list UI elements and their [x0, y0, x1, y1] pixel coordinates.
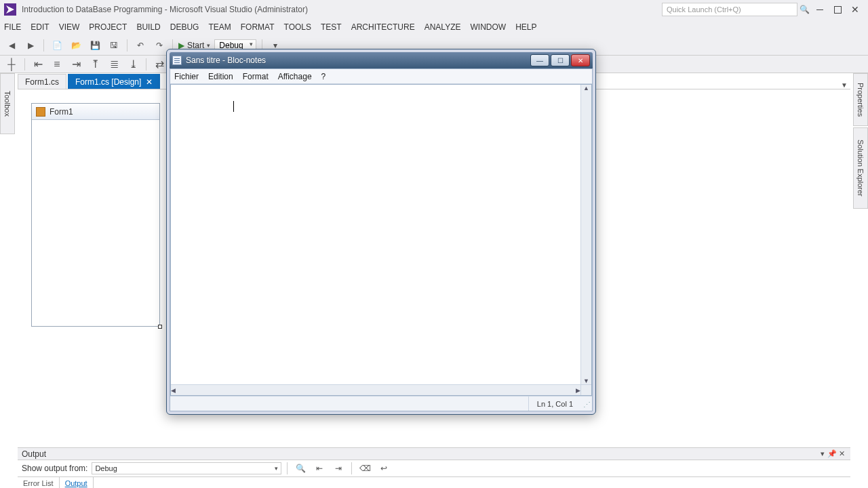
- separator: [24, 58, 25, 70]
- notepad-window[interactable]: Sans titre - Bloc-notes — ☐ ✕ Fichier Ed…: [166, 49, 596, 415]
- text-caret-icon: [233, 101, 234, 112]
- output-panel: Output ▾ 📌 ✕ Show output from: Debug 🔍 ⇤…: [18, 447, 850, 488]
- align-middle-icon[interactable]: ≣: [106, 57, 121, 72]
- properties-tab[interactable]: Properties: [853, 73, 868, 126]
- menu-help[interactable]: HELP: [515, 22, 536, 32]
- np-menu-edition[interactable]: Edition: [208, 72, 233, 81]
- menu-window[interactable]: WINDOW: [470, 22, 506, 32]
- output-toolbar: Show output from: Debug 🔍 ⇤ ⇥ ⌫ ↩: [18, 460, 850, 476]
- tab-form1-cs[interactable]: Form1.cs: [18, 74, 66, 89]
- notepad-statusbar: Ln 1, Col 1 ⋰: [170, 396, 592, 411]
- menu-architecture[interactable]: ARCHITECTURE: [351, 22, 415, 32]
- separator: [146, 58, 146, 70]
- next-icon[interactable]: ⇥: [331, 461, 346, 476]
- menu-format[interactable]: FORMAT: [241, 22, 275, 32]
- form1-window[interactable]: Form1: [31, 103, 160, 327]
- notepad-icon: [172, 56, 182, 65]
- menu-test[interactable]: TEST: [321, 22, 342, 32]
- align-bottom-icon[interactable]: ⤓: [125, 57, 140, 72]
- np-menu-fichier[interactable]: Fichier: [174, 72, 199, 81]
- form1-title: Form1: [50, 107, 73, 117]
- horizontal-scrollbar[interactable]: ◀▶: [171, 384, 580, 395]
- notepad-window-buttons: — ☐ ✕: [530, 54, 590, 66]
- notepad-menubar: Fichier Edition Format Affichage ?: [170, 69, 592, 84]
- window-pos-icon[interactable]: ▾: [818, 449, 827, 458]
- pin-icon[interactable]: 📌: [827, 449, 837, 458]
- tab-output[interactable]: Output: [60, 477, 94, 488]
- bottom-tabwell: Error List Output: [18, 476, 850, 488]
- menu-file[interactable]: FILE: [4, 22, 21, 32]
- output-source-combo[interactable]: Debug: [92, 462, 281, 474]
- menu-project[interactable]: PROJECT: [89, 22, 127, 32]
- prev-icon[interactable]: ⇤: [312, 461, 327, 476]
- notepad-textarea[interactable]: [171, 85, 580, 384]
- tabs-dropdown-icon[interactable]: ▼: [841, 81, 848, 89]
- status-position: Ln 1, Col 1: [528, 396, 581, 411]
- align-left-icon[interactable]: ⇤: [31, 57, 45, 72]
- vs-logo-icon: [4, 3, 16, 16]
- separator: [287, 462, 288, 474]
- separator: [127, 39, 127, 52]
- np-menu-help[interactable]: ?: [321, 72, 326, 81]
- menu-edit[interactable]: EDIT: [31, 22, 49, 32]
- align-center-icon[interactable]: ≡: [50, 57, 64, 72]
- align-right-icon[interactable]: ⇥: [68, 57, 83, 72]
- vertical-scrollbar[interactable]: ▲▼: [580, 85, 591, 384]
- search-icon[interactable]: 🔍: [797, 5, 811, 14]
- align-top-icon[interactable]: ⤒: [87, 57, 102, 72]
- form-icon: [36, 107, 45, 117]
- notepad-maximize-button[interactable]: ☐: [551, 54, 570, 66]
- quick-launch-input[interactable]: Quick Launch (Ctrl+Q): [662, 3, 797, 16]
- vs-minimize-button[interactable]: [811, 3, 829, 16]
- np-menu-format[interactable]: Format: [243, 72, 269, 81]
- word-wrap-icon[interactable]: ↩: [376, 461, 391, 476]
- nav-back-icon[interactable]: ◀: [4, 38, 19, 53]
- notepad-close-button[interactable]: ✕: [571, 54, 590, 66]
- menu-view[interactable]: VIEW: [59, 22, 80, 32]
- close-icon[interactable]: ✕: [837, 449, 846, 458]
- resize-handle-icon[interactable]: [158, 325, 162, 329]
- scroll-corner: [580, 384, 591, 395]
- open-icon[interactable]: 📂: [68, 38, 83, 53]
- new-project-icon[interactable]: 📄: [50, 38, 64, 53]
- vs-maximize-button[interactable]: [829, 3, 846, 16]
- menu-tools[interactable]: TOOLS: [284, 22, 311, 32]
- menu-build[interactable]: BUILD: [136, 22, 160, 32]
- vs-titlebar: Introduction to DataBase Programming - M…: [0, 0, 868, 19]
- menu-analyze[interactable]: ANALYZE: [425, 22, 461, 32]
- menu-team[interactable]: TEAM: [208, 22, 231, 32]
- notepad-title: Sans titre - Bloc-notes: [186, 56, 530, 65]
- tab-label: Form1.cs [Design]: [75, 77, 141, 87]
- output-title: Output: [22, 449, 818, 459]
- output-header: Output ▾ 📌 ✕: [18, 448, 850, 460]
- separator: [351, 462, 352, 474]
- resize-grip-icon[interactable]: ⋰: [581, 396, 592, 411]
- save-icon[interactable]: 💾: [87, 38, 102, 53]
- notepad-titlebar[interactable]: Sans titre - Bloc-notes — ☐ ✕: [170, 52, 593, 68]
- notepad-minimize-button[interactable]: —: [530, 54, 549, 66]
- vs-title: Introduction to DataBase Programming - M…: [22, 5, 662, 14]
- toolbox-tab[interactable]: Toolbox: [0, 73, 15, 134]
- undo-icon[interactable]: ↶: [133, 38, 148, 53]
- clear-icon[interactable]: ⌫: [357, 461, 372, 476]
- tab-error-list[interactable]: Error List: [18, 477, 60, 488]
- notepad-client: Fichier Edition Format Affichage ? ▲▼ ◀▶…: [170, 68, 593, 411]
- np-menu-affichage[interactable]: Affichage: [278, 72, 312, 81]
- vs-close-button[interactable]: ✕: [846, 3, 864, 16]
- form1-titlebar: Form1: [32, 104, 159, 120]
- menu-debug[interactable]: DEBUG: [170, 22, 199, 32]
- save-all-icon[interactable]: 🖫: [106, 38, 121, 53]
- solution-explorer-tab[interactable]: Solution Explorer: [853, 127, 868, 209]
- redo-icon[interactable]: ↷: [152, 38, 167, 53]
- separator: [43, 39, 44, 52]
- tab-form1-design[interactable]: Form1.cs [Design] ✕: [68, 74, 160, 89]
- show-output-from-label: Show output from:: [22, 464, 87, 473]
- notepad-edit-area: ▲▼ ◀▶: [170, 84, 592, 396]
- tab-order-icon[interactable]: ⇄: [152, 57, 167, 72]
- vs-menubar: FILE EDIT VIEW PROJECT BUILD DEBUG TEAM …: [0, 19, 868, 35]
- find-message-icon[interactable]: 🔍: [293, 461, 308, 476]
- nav-fwd-icon[interactable]: ▶: [23, 38, 38, 53]
- align-grid-icon[interactable]: ┼: [4, 57, 19, 72]
